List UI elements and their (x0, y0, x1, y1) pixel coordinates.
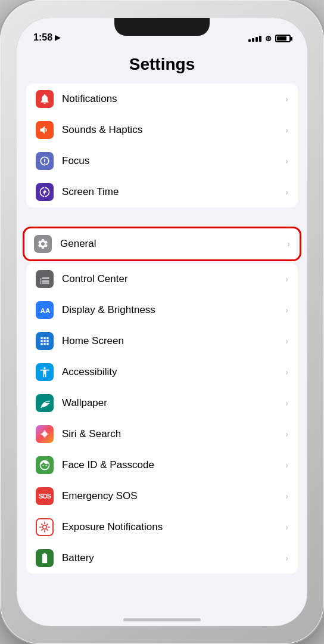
settings-row-siri[interactable]: Siri & Search › (26, 419, 298, 450)
emergency-icon: SOS (36, 487, 54, 505)
settings-row-control-center[interactable]: Control Center › (26, 264, 298, 295)
notifications-chevron: › (285, 94, 288, 104)
settings-row-screentime[interactable]: Screen Time › (26, 177, 298, 208)
controlcenter-icon (36, 270, 54, 288)
siri-label: Siri & Search (62, 428, 281, 440)
homescreen-label: Home Screen (62, 335, 281, 347)
battery-row-chevron: › (285, 553, 288, 563)
bottom-spacer (17, 593, 307, 617)
wifi-icon: ⊛ (265, 34, 272, 43)
notifications-icon (36, 90, 54, 108)
settings-row-accessibility[interactable]: Accessibility › (26, 357, 298, 388)
svg-text:AA: AA (40, 306, 51, 314)
display-icon: AA (36, 301, 54, 319)
siri-chevron: › (285, 429, 288, 439)
phone-screen: 1:58 ▶ ⊛ Settings (17, 18, 307, 626)
faceid-chevron: › (285, 460, 288, 470)
battery-status-icon (275, 35, 291, 42)
emergency-label: Emergency SOS (62, 490, 281, 502)
settings-group-1: Notifications › Sounds & Haptics › Focus… (26, 83, 298, 208)
sounds-chevron: › (285, 125, 288, 135)
settings-group-2: General › Control Center › AA (17, 227, 307, 574)
settings-row-notifications[interactable]: Notifications › (26, 83, 298, 114)
general-icon (34, 235, 52, 253)
svg-point-5 (45, 433, 49, 435)
display-label: Display & Brightness (62, 304, 281, 316)
settings-row-sounds[interactable]: Sounds & Haptics › (26, 114, 298, 145)
settings-row-exposure[interactable]: Exposure Notifications › (26, 512, 298, 543)
focus-label: Focus (62, 155, 281, 167)
settings-row-general[interactable]: General › (23, 227, 301, 261)
battery-icon (36, 549, 54, 567)
settings-row-faceid[interactable]: Face ID & Passcode › (26, 450, 298, 481)
controlcenter-chevron: › (285, 274, 288, 284)
phone-frame: 1:58 ▶ ⊛ Settings (0, 0, 324, 644)
time-label: 1:58 (33, 32, 52, 43)
settings-row-wallpaper[interactable]: Wallpaper › (26, 388, 298, 419)
home-indicator (123, 618, 201, 621)
screen-content[interactable]: Settings Notifications › Sounds & Haptic… (17, 48, 307, 626)
exposure-label: Exposure Notifications (62, 521, 281, 533)
wallpaper-label: Wallpaper (62, 397, 281, 409)
page-title: Settings (17, 48, 307, 83)
signal-icon (248, 36, 261, 42)
display-chevron: › (285, 305, 288, 315)
location-icon: ▶ (55, 33, 60, 42)
faceid-icon (36, 456, 54, 474)
accessibility-label: Accessibility (62, 366, 281, 378)
siri-icon (36, 425, 54, 443)
wallpaper-icon (36, 394, 54, 412)
general-chevron: › (287, 239, 290, 249)
svg-point-4 (40, 433, 45, 435)
exposure-icon (36, 518, 54, 536)
settings-group-2b: Control Center › AA Display & Brightness… (26, 264, 298, 574)
emergency-chevron: › (285, 491, 288, 501)
wallpaper-chevron: › (285, 398, 288, 408)
focus-icon (36, 152, 54, 170)
svg-point-6 (43, 525, 47, 530)
battery-label: Battery (62, 552, 281, 564)
settings-row-emergency[interactable]: SOS Emergency SOS › (26, 481, 298, 512)
focus-chevron: › (285, 156, 288, 166)
settings-row-homescreen[interactable]: Home Screen › (26, 326, 298, 357)
controlcenter-label: Control Center (62, 273, 281, 285)
general-label: General (60, 238, 282, 250)
screentime-chevron: › (285, 187, 288, 197)
homescreen-chevron: › (285, 336, 288, 346)
screentime-label: Screen Time (62, 186, 281, 198)
homescreen-icon (36, 332, 54, 350)
settings-row-battery[interactable]: Battery › (26, 543, 298, 574)
accessibility-chevron: › (285, 367, 288, 377)
notch (114, 18, 210, 36)
sounds-icon (36, 121, 54, 139)
settings-row-focus[interactable]: Focus › (26, 145, 298, 177)
status-time: 1:58 ▶ (33, 32, 60, 43)
exposure-chevron: › (285, 522, 288, 532)
faceid-label: Face ID & Passcode (62, 459, 281, 471)
notifications-label: Notifications (62, 93, 281, 105)
sounds-label: Sounds & Haptics (62, 124, 281, 136)
settings-row-display[interactable]: AA Display & Brightness › (26, 295, 298, 326)
status-icons: ⊛ (248, 34, 291, 43)
screentime-icon (36, 183, 54, 201)
accessibility-icon (36, 363, 54, 381)
